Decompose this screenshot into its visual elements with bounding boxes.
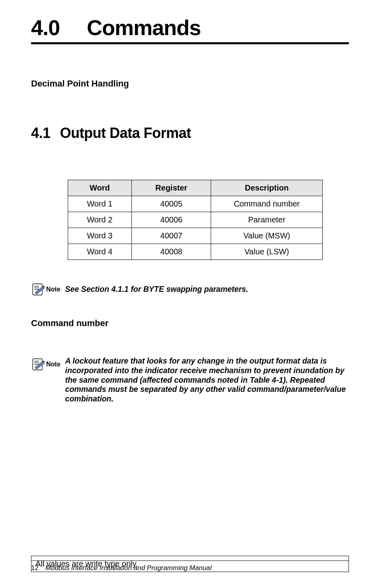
cell-description: Command number [211,196,323,212]
table-row: Word 4 40008 Value (LSW) [68,244,323,260]
cell-word: Word 2 [68,212,132,228]
chapter-title: 4.0Commands [31,15,349,42]
note-icon-block: Note [31,357,61,372]
page-number: 12 [31,564,39,572]
output-table-wrap: Word Register Description Word 1 40005 C… [68,180,349,260]
cell-description: Value (LSW) [211,244,323,260]
command-number-heading: Command number [31,318,349,328]
note-byte-swapping: Note See Section 4.1.1 for BYTE swapping… [31,282,349,297]
cell-description: Parameter [211,212,323,228]
decimal-point-heading: Decimal Point Handling [31,79,349,89]
table-row: Word 2 40006 Parameter [68,212,323,228]
table-footer-row: All values are write type only. [68,260,323,260]
cell-description: Value (MSW) [211,228,323,244]
page: 4.0Commands Decimal Point Handling 4.1Ou… [0,0,380,588]
title-rule [31,42,349,44]
th-description: Description [211,180,323,196]
cell-register: 40006 [131,212,211,228]
th-word: Word [68,180,132,196]
cell-word: Word 1 [68,196,132,212]
chapter-name: Commands [87,16,201,39]
section-number: 4.1 [31,125,51,141]
table-row: Word 3 40007 Value (MSW) [68,228,323,244]
output-data-table: Word Register Description Word 1 40005 C… [68,180,323,260]
table-row: Word 1 40005 Command number [68,196,323,212]
note-icon-block: Note [31,282,61,297]
cell-register: 40005 [131,196,211,212]
doc-title: Modbus Interface Installation and Progra… [45,564,212,572]
note-lockout: Note A lockout feature that looks for an… [31,356,349,404]
section-heading: 4.1Output Data Format [31,125,349,142]
note-icon [31,357,45,372]
cell-word: Word 4 [68,244,132,260]
cell-word: Word 3 [68,228,132,244]
th-register: Register [131,180,211,196]
cell-register: 40007 [131,228,211,244]
section-title: Output Data Format [60,125,191,141]
note-text: See Section 4.1.1 for BYTE swapping para… [65,285,249,294]
note-text: A lockout feature that looks for any cha… [65,356,348,404]
note-label: Note [46,286,61,293]
table-header-row: Word Register Description [68,180,323,196]
cell-register: 40008 [131,244,211,260]
chapter-number: 4.0 [31,15,87,40]
page-footer: 12 Modbus Interface Installation and Pro… [31,560,349,572]
note-icon [31,282,45,297]
note-label: Note [46,361,61,368]
